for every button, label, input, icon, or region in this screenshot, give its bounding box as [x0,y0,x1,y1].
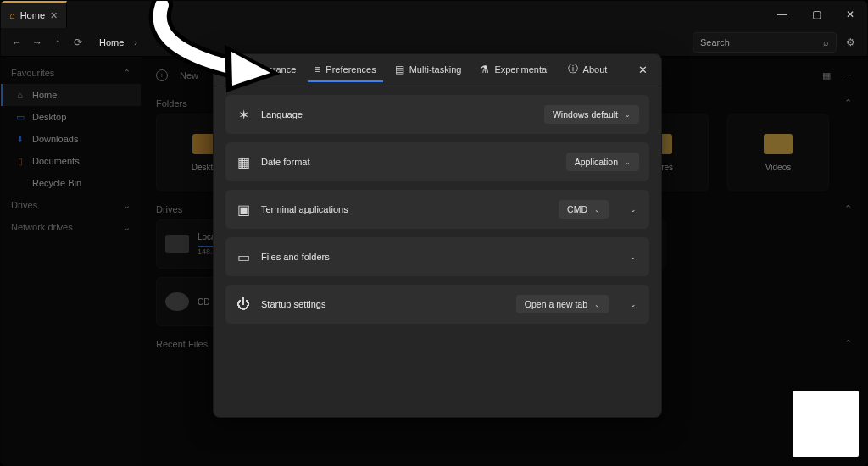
folder-icon: ▭ [236,249,251,265]
home-icon: ⌂ [9,10,15,20]
folder-icon [764,134,793,154]
sidebar-section-network[interactable]: Network drives ⌄ [1,216,141,238]
nav-forward-icon[interactable]: → [31,36,43,48]
settings-modal: ◑ Appearance ≡ Preferences ▤ Multi-taski… [213,53,662,418]
window-minimize[interactable]: — [765,8,799,20]
sidebar-item-label: Downloads [32,134,78,144]
terminal-icon: ▣ [236,202,251,218]
tab-multitasking[interactable]: ▤ Multi-tasking [388,58,469,82]
setting-row-date[interactable]: ▦ Date format Application ⌄ [225,142,649,181]
sidebar-section-favourites[interactable]: Favourites ⌃ [1,62,141,84]
chevron-up-icon[interactable]: ⌃ [844,338,852,349]
tab-close-icon[interactable]: ✕ [50,10,58,21]
chevron-down-icon: ⌄ [123,222,131,233]
section-recent-label: Recent Files [156,339,208,349]
setting-row-language[interactable]: ✶ Language Windows default ⌄ [225,95,649,134]
drive-icon [165,235,189,253]
chevron-down-icon: ⌄ [594,206,600,214]
setting-label: Date format [261,157,309,167]
select-value: Application [575,157,618,167]
settings-tabs: ◑ Appearance ≡ Preferences ▤ Multi-taski… [214,54,661,86]
sidebar-item-label: Desktop [32,112,66,122]
search-input[interactable]: Search ⌕ [693,32,837,53]
tab-experimental[interactable]: ⚗ Experimental [473,58,555,82]
chevron-down-icon: ⌄ [123,200,131,211]
settings-gear-icon[interactable]: ⚙ [843,36,867,48]
sidebar-item-documents[interactable]: ▯ Documents [1,150,141,172]
terminal-select[interactable]: CMD ⌄ [559,200,609,219]
select-value: Windows default [553,109,618,119]
sidebar-drives-label: Drives [11,200,37,210]
nav-refresh-icon[interactable]: ⟳ [72,36,84,48]
sidebar-network-label: Network drives [11,222,73,232]
sidebar-item-home[interactable]: ⌂ Home [1,84,141,106]
info-icon: ⓘ [568,62,578,76]
row-expand-icon[interactable]: ⌄ [627,300,639,308]
setting-label: Terminal applications [261,204,348,214]
tab-label: Appearance [246,64,296,75]
tab-label: Preferences [326,64,376,75]
sidebar-favourites-label: Favourites [11,68,54,78]
layout-toggle-icon[interactable]: ▦ [822,70,831,81]
search-placeholder: Search [700,37,730,47]
language-icon: ✶ [236,107,251,123]
cd-drive-icon [165,292,189,311]
sidebar-item-label: Recycle Bin [32,178,81,188]
sidebar-section-drives[interactable]: Drives ⌄ [1,194,141,216]
folder-label: Videos [765,163,791,172]
sidebar-item-recycle[interactable]: Recycle Bin [1,172,141,194]
modal-close-icon[interactable]: ✕ [633,60,653,80]
tab-preferences[interactable]: ≡ Preferences [308,58,382,82]
sidebar-item-downloads[interactable]: ⬇ Downloads [1,128,141,150]
new-button[interactable]: New [180,70,198,80]
document-icon: ▯ [14,156,25,167]
window-tab-home[interactable]: ⌂ Home ✕ [1,1,67,28]
settings-body: ✶ Language Windows default ⌄ ▦ Date form… [214,86,661,332]
home-icon: ⌂ [14,90,25,100]
new-add-icon[interactable]: + [156,69,168,81]
chevron-up-icon[interactable]: ⌃ [844,203,852,214]
setting-row-files[interactable]: ▭ Files and folders ⌄ [225,237,649,276]
row-expand-icon[interactable]: ⌄ [627,252,639,261]
title-bar: ⌂ Home ✕ — ▢ ✕ [1,1,867,28]
section-drives-label: Drives [156,204,182,214]
tab-about[interactable]: ⓘ About [561,57,615,83]
chevron-up-icon[interactable]: ⌃ [844,97,852,108]
row-expand-icon[interactable]: ⌄ [627,205,639,214]
sidebar-item-label: Documents [32,156,80,166]
breadcrumb-sep: › [134,37,137,47]
window-maximize[interactable]: ▢ [799,8,833,20]
sliders-icon: ≡ [314,64,320,75]
tab-appearance[interactable]: ◑ Appearance [225,58,303,82]
download-icon: ⬇ [14,134,25,145]
chevron-down-icon: ⌄ [625,158,631,166]
window-close[interactable]: ✕ [833,8,867,20]
setting-row-startup[interactable]: ⏻ Startup settings Open a new tab ⌄ ⌄ [225,285,649,324]
search-icon[interactable]: ⌕ [823,37,829,47]
overlay-watermark [793,391,859,457]
breadcrumb[interactable]: Home › [94,34,693,51]
sidebar-item-desktop[interactable]: ▭ Desktop [1,106,141,128]
multitask-icon: ▤ [395,64,404,75]
breadcrumb-item[interactable]: Home [94,34,129,51]
select-value: CMD [567,204,587,214]
tab-label: About [583,64,608,75]
setting-row-terminal[interactable]: ▣ Terminal applications CMD ⌄ ⌄ [225,190,649,229]
setting-label: Startup settings [261,299,326,309]
language-select[interactable]: Windows default ⌄ [544,105,639,124]
chevron-down-icon: ⌄ [625,111,631,119]
chevron-up-icon: ⌃ [123,68,131,79]
palette-icon: ◑ [232,64,241,75]
folder-card[interactable]: Videos [727,114,829,191]
power-icon: ⏻ [236,297,251,312]
sidebar: Favourites ⌃ ⌂ Home ▭ Desktop ⬇ Download… [1,57,141,465]
select-value: Open a new tab [525,299,587,309]
toolbar: ← → ↑ ⟳ Home › Search ⌕ ⚙ [1,28,867,57]
chevron-down-icon: ⌄ [594,301,600,308]
setting-label: Language [261,109,303,119]
more-menu-icon[interactable]: ⋯ [843,70,852,81]
startup-select[interactable]: Open a new tab ⌄ [516,295,609,313]
date-format-select[interactable]: Application ⌄ [566,153,639,171]
nav-back-icon[interactable]: ← [11,36,23,48]
nav-up-icon[interactable]: ↑ [52,36,64,48]
